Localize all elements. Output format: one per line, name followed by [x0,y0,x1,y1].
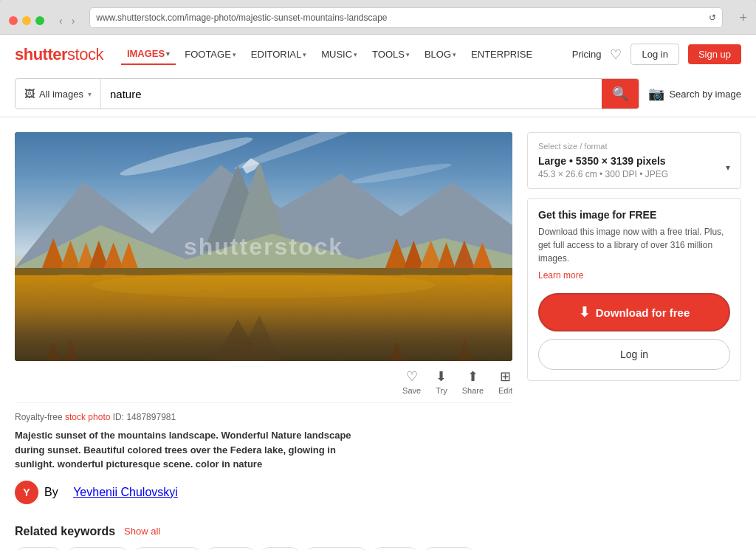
keyword-tag[interactable]: background [134,547,202,551]
search-by-image-label: Search by image [669,89,741,100]
right-panel-login-button[interactable]: Log in [538,339,730,370]
keyword-tag[interactable]: beauty [206,547,255,551]
chevron-down-icon: ▾ [453,51,456,58]
keyword-tag[interactable]: nature [15,547,62,551]
keyword-tag[interactable]: spring [372,547,419,551]
stock-photo-link[interactable]: stock photo [65,412,110,422]
contributor-by-label: By [44,486,58,499]
search-submit-button[interactable]: 🔍 [602,79,639,109]
free-description: Download this image now with a free tria… [538,225,730,265]
contributor-avatar: Y [15,481,38,504]
chevron-down-icon: ▾ [726,162,730,173]
share-label: Share [462,386,484,395]
nav-label-blog: BLOG [425,49,451,60]
main-content: shutterstock ♡ Save ⬇ Try ⬆ Share [0,117,756,550]
address-bar[interactable]: www.shutterstock.com/image-photo/majesti… [89,7,723,28]
nav-item-blog[interactable]: BLOG ▾ [419,44,462,64]
search-by-image-button[interactable]: 📷 Search by image [648,86,741,102]
url-text: www.shutterstock.com/image-photo/majesti… [96,13,387,23]
traffic-lights [9,16,44,25]
right-panel: Select size / format Large • 5350 × 3139… [527,132,741,550]
keyword-tag[interactable]: calm [260,547,300,551]
close-button[interactable] [9,16,18,25]
favorites-icon[interactable]: ♡ [610,47,622,63]
nav-label-editorial: EDITORIAL [251,49,301,60]
edit-label: Edit [498,386,512,395]
forward-button[interactable]: › [69,13,78,28]
signup-button[interactable]: Sign up [688,44,741,64]
download-label: Download for free [596,306,690,319]
camera-icon: 📷 [648,86,664,102]
learn-more-link[interactable]: Learn more [538,270,583,281]
login-button[interactable]: Log in [630,44,678,65]
download-button[interactable]: ⬇ Download for free [538,293,730,331]
browser-nav-arrows: ‹ › [56,13,78,28]
image-section: shutterstock ♡ Save ⬇ Try ⬆ Share [15,132,512,550]
save-action[interactable]: ♡ Save [402,368,421,395]
image-details: Royalty-free stock photo ID: 1487897981 … [15,403,512,513]
royalty-line: Royalty-free stock photo ID: 1487897981 [15,412,512,422]
maximize-button[interactable] [35,16,44,25]
browser-titlebar: ‹ › www.shutterstock.com/image-photo/maj… [0,0,756,35]
keyword-tag[interactable]: autumn [423,547,475,551]
size-value: Large • 5350 × 3139 pixels [538,155,668,167]
chevron-down-icon: ▾ [406,51,410,58]
keyword-tag[interactable]: landscape [66,547,129,551]
logo-shutter: shutter [15,45,67,64]
contributor-name-link[interactable]: Yevhenii Chulovskyi [73,486,178,499]
back-button[interactable]: ‹ [56,13,66,28]
edit-icon: ⊞ [500,368,511,385]
chevron-down-icon: ▾ [166,50,170,58]
try-action[interactable]: ⬇ Try [436,368,447,395]
search-icon: 🔍 [612,86,628,102]
page-content: shutterstock IMAGES ▾ FOOTAGE ▾ EDITORIA… [0,35,756,550]
size-selector-label: Select size / format [538,142,730,151]
chevron-down-icon: ▾ [354,51,357,58]
chevron-down-icon: ▾ [233,51,236,58]
search-input-wrap: 🖼 All images ▾ 🔍 [15,78,639,109]
header-right: Pricing ♡ Log in Sign up [572,44,741,65]
main-nav: IMAGES ▾ FOOTAGE ▾ EDITORIAL ▾ MUSIC ▾ [121,44,560,65]
nav-item-editorial[interactable]: EDITORIAL ▾ [245,44,312,64]
size-selector[interactable]: Select size / format Large • 5350 × 3139… [527,132,741,189]
nav-label-images: IMAGES [127,48,165,59]
svg-point-24 [126,289,401,306]
new-tab-button[interactable]: + [739,10,747,26]
keywords-row-1: naturelandscapebackgroundbeautycalmmount… [15,547,512,551]
chevron-down-icon: ▾ [88,90,92,98]
image-id: ID: 1487897981 [113,412,176,422]
share-action[interactable]: ⬆ Share [462,368,484,395]
contributor: Y By Yevhenii Chulovskyi [15,481,512,504]
keywords-section: Related keywords Show all naturelandscap… [15,513,512,551]
search-bar-row: 🖼 All images ▾ 🔍 📷 Search by image [15,71,741,117]
nav-item-tools[interactable]: TOOLS ▾ [366,44,416,64]
site-logo[interactable]: shutterstock [15,45,103,64]
nav-label-music: MUSIC [321,49,352,60]
image-actions: ♡ Save ⬇ Try ⬆ Share ⊞ Edit [15,361,512,403]
search-type-selector[interactable]: 🖼 All images ▾ [16,79,101,109]
download-icon: ⬇ [436,368,447,385]
nav-item-images[interactable]: IMAGES ▾ [121,44,176,65]
pricing-link[interactable]: Pricing [572,49,602,60]
edit-action[interactable]: ⊞ Edit [498,368,512,395]
search-input[interactable] [101,79,602,109]
try-label: Try [436,386,447,395]
save-label: Save [402,386,421,395]
nav-item-footage[interactable]: FOOTAGE ▾ [179,44,242,64]
image-icon: 🖼 [24,88,35,100]
nav-item-enterprise[interactable]: ENTERPRISE [465,44,538,64]
site-header: shutterstock IMAGES ▾ FOOTAGE ▾ EDITORIA… [0,35,756,117]
browser-window: ‹ › www.shutterstock.com/image-photo/maj… [0,0,756,550]
size-select-control[interactable]: Large • 5350 × 3139 pixels 45.3 × 26.6 c… [538,155,730,179]
show-all-link[interactable]: Show all [124,526,160,537]
minimize-button[interactable] [22,16,31,25]
nav-item-music[interactable]: MUSIC ▾ [315,44,363,64]
nav-label-footage: FOOTAGE [185,49,231,60]
royalty-text: Royalty-free [15,412,63,422]
keywords-header: Related keywords Show all [15,525,512,538]
size-detail: 45.3 × 26.6 cm • 300 DPI • JPEG [538,169,668,179]
refresh-icon[interactable]: ↺ [709,13,716,23]
keywords-title: Related keywords [15,525,115,538]
free-box: Get this image for FREE Download this im… [527,198,741,381]
keyword-tag[interactable]: mountains [305,547,368,551]
